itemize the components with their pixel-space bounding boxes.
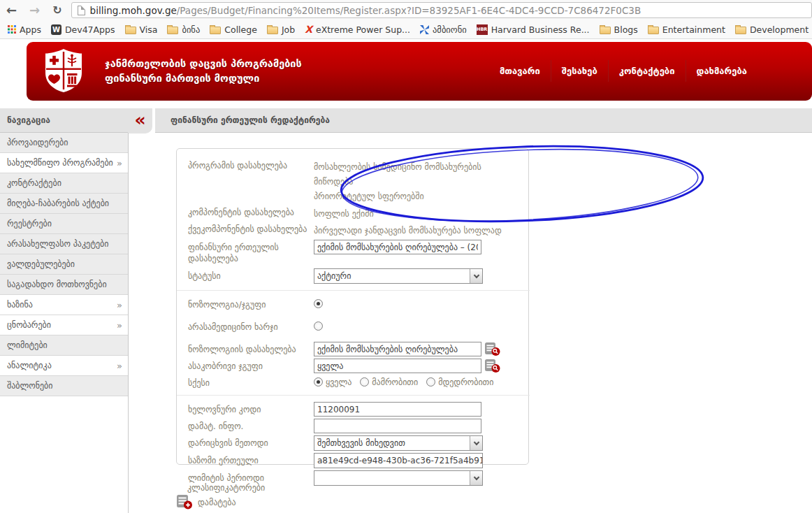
- nav-home[interactable]: მთავარი: [489, 60, 551, 82]
- site-header: ჯანმრთელობის დაცვის პროგრამების ფინანსურ…: [27, 42, 812, 101]
- bookmark-folder-entertainment[interactable]: Entertainment: [643, 24, 730, 35]
- bookmark-folder-job[interactable]: Job: [262, 24, 300, 35]
- x-logo-icon: X: [305, 24, 312, 35]
- wordpress-icon: W: [51, 24, 61, 35]
- bookmark-apps[interactable]: Apps: [3, 24, 46, 35]
- site-title-line1: ჯანმრთელობის დაცვის პროგრამების: [105, 57, 302, 71]
- nosology-name-input[interactable]: [314, 342, 481, 356]
- folder-icon: [210, 27, 221, 34]
- bookmarks-bar: Apps W Dev47Apps Visa ბინა College Job X…: [0, 20, 812, 39]
- nav-about[interactable]: შესახებ: [551, 60, 608, 82]
- forward-button[interactable]: →: [23, 3, 46, 17]
- submenu-arrow-icon: »: [117, 158, 122, 168]
- sex-male-radio[interactable]: [360, 377, 369, 386]
- measure-unit-label: საზომი ერთეული: [188, 453, 314, 468]
- folder-icon: [167, 27, 178, 34]
- subcomponent-name-label: ქვეკომპონენტის დასახელება: [188, 222, 314, 238]
- sidebar-item-analytics[interactable]: ანალიტიკა»: [0, 356, 128, 376]
- sidebar-item-limits[interactable]: ლიმიტები: [0, 335, 128, 356]
- nosology-group-label: ნოზოლოგია/ჯგუფი: [188, 297, 314, 310]
- folder-icon: [267, 27, 278, 34]
- nav-contacts[interactable]: კონტაქტები: [608, 60, 686, 82]
- sidebar-header: ნავიგაცია: [0, 108, 128, 133]
- sidebar-item-state-programs[interactable]: სახელმწიფო პროგრამები»: [0, 153, 128, 173]
- bookmark-ambioni[interactable]: ამბიონი: [415, 24, 472, 35]
- accrual-method-select[interactable]: შემთხვევის მიხედვით: [314, 435, 483, 451]
- address-bar[interactable]: billing.moh.gov.ge/Pages/Budget/Financin…: [71, 2, 812, 18]
- site-title-line2: ფინანსური მართვის მოდული: [105, 71, 302, 86]
- limit-period-select[interactable]: [314, 470, 483, 486]
- bookmark-label: Dev47Apps: [65, 24, 115, 35]
- bookmark-folder-blogs[interactable]: Blogs: [595, 24, 643, 35]
- url-path: /Pages/Budget/Financing%20Items/Register…: [177, 5, 641, 16]
- financing-unit-name-input[interactable]: [314, 240, 481, 254]
- add-classifier-button[interactable]: დამატება: [176, 495, 236, 510]
- sidebar-item-contracts[interactable]: კონტრაქტები: [0, 173, 128, 194]
- back-button[interactable]: ←: [0, 3, 23, 17]
- bookmark-label: Development: [750, 24, 809, 35]
- bookmark-label: Entertainment: [662, 24, 725, 35]
- bookmark-label: Job: [282, 24, 295, 35]
- sidebar-item-templates[interactable]: შაბლონები: [0, 376, 128, 396]
- nosology-lookup-button[interactable]: [484, 342, 501, 356]
- financing-item-form: პროგრამის დასახელება მოსახლეობის სამედიც…: [176, 148, 529, 465]
- hbr-icon: HBR: [477, 24, 488, 35]
- artificial-code-input[interactable]: [314, 402, 481, 417]
- header-nav: მთავარი შესახებ კონტაქტები დახმარება: [489, 60, 757, 82]
- list-add-icon: [176, 495, 193, 510]
- sidebar-item-nonsalary-packages[interactable]: არასახელფასო პაკეტები: [0, 234, 128, 254]
- sidebar-item-obligations[interactable]: ვალდებულებები: [0, 254, 128, 275]
- folder-icon: [735, 27, 746, 34]
- section-divider: [177, 395, 530, 396]
- sidebar-item-references[interactable]: ცნობარები»: [0, 315, 128, 335]
- sidebar-item-acceptance-acts[interactable]: მიღება-ჩაბარების აქტები: [0, 194, 128, 214]
- bookmark-dev47apps[interactable]: W Dev47Apps: [46, 24, 120, 35]
- age-group-input[interactable]: [314, 359, 481, 373]
- subcomponent-name-value: პირველადი ჯანდაცვის მომსახურება სოფლად: [314, 222, 502, 238]
- sex-female-radio[interactable]: [426, 377, 435, 386]
- collapse-chevrons-icon: «: [134, 110, 145, 130]
- sidebar-item-registers[interactable]: რეესტრები: [0, 214, 128, 234]
- bookmark-hbr[interactable]: HBR Harvard Business Re...: [472, 24, 595, 35]
- sidebar-item-treasury[interactable]: ხაზინა»: [0, 295, 128, 315]
- list-search-icon: [484, 342, 501, 356]
- status-label: სტატუსი: [188, 268, 314, 284]
- age-group-label: ასაკობრივი ჯგუფი: [188, 359, 314, 373]
- program-name-label: პროგრამის დასახელება: [188, 158, 314, 204]
- age-group-lookup-button[interactable]: [484, 359, 501, 373]
- bookmark-folder-development[interactable]: Development: [730, 24, 812, 35]
- chevron-down-icon: [473, 439, 479, 445]
- dropdown-button[interactable]: [470, 269, 482, 283]
- bookmark-folder-college[interactable]: College: [205, 24, 262, 35]
- submenu-arrow-icon: »: [117, 300, 122, 310]
- bookmark-folder-visa[interactable]: Visa: [120, 24, 163, 35]
- financing-unit-name-label: ფინანსური ერთეულის დასახელება: [188, 240, 314, 264]
- folder-icon: [648, 27, 659, 34]
- nonmedical-expense-radio[interactable]: [314, 321, 323, 331]
- submenu-arrow-icon: »: [117, 361, 122, 371]
- bookmark-label: College: [224, 24, 257, 35]
- nosology-group-radio[interactable]: [314, 299, 323, 308]
- measure-unit-select[interactable]: a81e49cd-e948-430b-ac36-721f5a4b911: [314, 453, 483, 468]
- sidebar-item-providers[interactable]: პროვაიდერები: [0, 133, 128, 153]
- bookmark-folder-bina[interactable]: ბინა: [162, 24, 205, 35]
- bookmark-label: eXtreme Power Sup...: [316, 24, 410, 35]
- dropdown-button[interactable]: [470, 471, 482, 485]
- sex-all-label: ყველა: [326, 377, 351, 387]
- bookmark-extreme[interactable]: X eXtreme Power Sup...: [300, 24, 415, 35]
- url-host: billing.moh.gov.ge: [90, 5, 177, 16]
- nav-help[interactable]: დახმარება: [686, 60, 757, 82]
- reload-button[interactable]: ↻: [46, 3, 68, 17]
- bookmark-label: Apps: [20, 24, 41, 35]
- site-title: ჯანმრთელობის დაცვის პროგრამების ფინანსურ…: [105, 57, 302, 86]
- sidebar-collapse-button[interactable]: «: [128, 108, 152, 133]
- bookmark-label: Harvard Business Re...: [491, 24, 590, 35]
- sidebar-divider: [128, 133, 129, 513]
- status-select[interactable]: აქტიური: [314, 268, 483, 284]
- additional-info-input[interactable]: [314, 419, 481, 433]
- dropdown-button[interactable]: [470, 436, 482, 450]
- sex-all-radio[interactable]: [314, 377, 323, 386]
- folder-icon: [600, 27, 611, 34]
- chevron-down-icon: [473, 272, 479, 277]
- sidebar-item-payment-requests[interactable]: საგადახდო მოთხოვნები: [0, 275, 128, 295]
